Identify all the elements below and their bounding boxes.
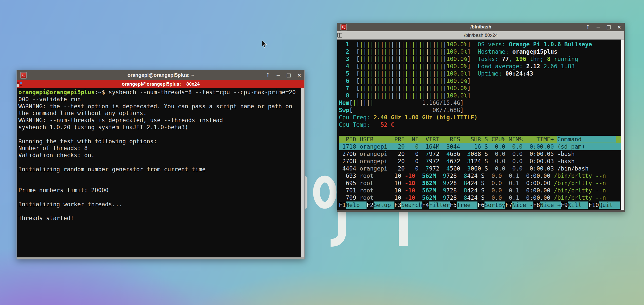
terminal-line <box>339 128 624 136</box>
layout-icon <box>337 33 342 38</box>
window-title: orangepi@orangepi5plus: ~ <box>17 72 304 78</box>
terminal-line: Number of threads: 8 <box>18 145 304 152</box>
terminal-line: 4404 orangepi 20 0 7972 4560 3060 S 0.0 … <box>339 165 624 172</box>
scrollbar[interactable] <box>621 40 624 210</box>
shade-button[interactable]: ↑ <box>586 24 590 30</box>
window-controls: ↑−□× <box>586 24 621 30</box>
terminal-line: 8 [|||||||||||||||||||||||||100.0%] <box>339 92 624 99</box>
terminal-line: Running the test with following options: <box>18 138 304 145</box>
terminal-window-sysbench: >_ orangepi@orangepi5plus: ~ ↑−□× orange… <box>16 70 305 259</box>
size-banner-text: orangepi@orangepi5plus: ~ 80x24 <box>17 81 304 87</box>
titlebar[interactable]: >_ /bin/bash ↑−□× <box>337 23 624 31</box>
terminal-line: 695 root 10 -10 562M 9728 8424 S 0.0 0.1… <box>339 180 624 187</box>
terminal-line: 5 [|||||||||||||||||||||||||100.0%] Upti… <box>339 70 624 77</box>
shade-button[interactable]: ↑ <box>266 72 270 78</box>
terminal-line: 693 root 10 -10 562M 9728 8424 S 0.0 0.1… <box>339 172 624 180</box>
terminal-line: 1 [|||||||||||||||||||||||||100.0%] OS v… <box>339 41 624 48</box>
close-button[interactable]: × <box>297 72 301 78</box>
terminal-line: Validation checks: on. <box>18 152 304 159</box>
terminal-line: 2706 orangepi 20 0 7972 4636 3088 S 0.0 … <box>339 150 624 158</box>
terminal-line: Swp[ 0K/7.68G] <box>339 107 624 114</box>
terminal-line <box>18 173 304 180</box>
fkey-F2[interactable]: F2Setup <box>367 201 394 209</box>
terminal-window-htop: >_ /bin/bash ↑−□× /bin/bash 80x24 1 [|||… <box>337 23 625 212</box>
terminal-output-htop[interactable]: 1 [|||||||||||||||||||||||||100.0%] OS v… <box>337 40 624 210</box>
terminal-line: Mem[|||||| 1.16G/15.4G] <box>339 99 624 107</box>
window-resize-edge[interactable] <box>17 257 304 259</box>
fkey-F9[interactable]: F9Kill <box>561 201 588 209</box>
maximize-button[interactable]: □ <box>606 24 611 30</box>
close-button[interactable]: × <box>617 24 621 30</box>
terminal-line: 7 [|||||||||||||||||||||||||100.0%] <box>339 85 624 92</box>
fkey-F8[interactable]: F8Nice + <box>533 201 561 209</box>
terminal-line: 6 [|||||||||||||||||||||||||100.0%] <box>339 77 624 85</box>
terminal-line: Threads started! <box>18 215 304 222</box>
scrollbar[interactable] <box>301 88 304 257</box>
window-title: /bin/bash <box>337 24 624 30</box>
terminal-line <box>18 131 304 138</box>
terminal-app-icon[interactable]: >_ <box>340 24 347 30</box>
terminal-line: Prime numbers limit: 20000 <box>18 187 304 194</box>
terminal-line: Cpu Freq: 2.40 GHz 1.80 GHz (big.LITTLE) <box>339 114 624 121</box>
terminal-output-sysbench[interactable]: orangepi@orangepi5plus:~$ sysbench --num… <box>17 88 304 257</box>
terminal-line: Cpu Temp: 52 C <box>339 121 624 128</box>
terminal-line <box>18 208 304 215</box>
size-banner: orangepi@orangepi5plus: ~ 80x24 <box>17 80 304 88</box>
terminal-line: WARNING: --num-threads is deprecated, us… <box>18 117 304 124</box>
fkey-F1[interactable]: F1Help <box>339 201 367 209</box>
titlebar[interactable]: >_ orangepi@orangepi5plus: ~ ↑−□× <box>17 70 304 80</box>
terminal-line: 1718 orangepi 20 0 164M 3044 16 S 0.0 0.… <box>339 143 624 150</box>
terminal-line: orangepi@orangepi5plus:~$ sysbench --num… <box>18 89 304 96</box>
terminal-line <box>18 159 304 166</box>
size-banner-text: /bin/bash 80x24 <box>337 32 624 38</box>
terminal-line: PID USER PRI NI VIRT RES SHR S CPU% MEM%… <box>339 136 624 143</box>
terminal-line: Initializing worker threads... <box>18 201 304 208</box>
maximize-button[interactable]: □ <box>286 72 291 78</box>
terminal-line: 3 [|||||||||||||||||||||||||100.0%] Task… <box>339 55 624 63</box>
fkey-F3[interactable]: F3Search <box>394 201 422 209</box>
fkey-F7[interactable]: F7Nice - <box>505 201 533 209</box>
terminal-line <box>18 194 304 201</box>
minimize-button[interactable]: − <box>596 24 600 30</box>
window-resize-edge[interactable] <box>337 210 624 212</box>
window-controls: ↑−□× <box>266 72 301 78</box>
terminal-line: sysbench 1.0.20 (using system LuaJIT 2.1… <box>18 124 304 131</box>
minimize-button[interactable]: − <box>276 72 280 78</box>
terminal-line: 4 [|||||||||||||||||||||||||100.0%] Load… <box>339 63 624 70</box>
terminal-line: 000 --validate run <box>18 96 304 103</box>
desktop: { "background": { "top_left": "#7ea7dc",… <box>0 0 644 305</box>
terminal-line <box>18 180 304 187</box>
terminal-line: 2708 orangepi 20 0 7972 4672 3124 S 0.0 … <box>339 158 624 165</box>
terminal-line: WARNING: the --test option is deprecated… <box>18 103 304 110</box>
mouse-cursor <box>262 40 268 48</box>
terminal-line: 709 root 10 -10 562M 9728 8424 S 0.0 0.1… <box>339 194 624 201</box>
fkey-F5[interactable]: F5Tree <box>450 201 477 209</box>
terminal-line: the command line without any options. <box>18 110 304 117</box>
xterm-pixel-icon <box>17 81 23 87</box>
size-banner: /bin/bash 80x24 <box>337 31 624 40</box>
terminal-app-icon[interactable]: >_ <box>20 72 27 79</box>
terminal-line: 701 root 10 -10 562M 9728 8424 S 0.0 0.1… <box>339 187 624 194</box>
fkey-F10[interactable]: F10Quit <box>588 201 620 209</box>
terminal-line: Initializing random number generator fro… <box>18 166 304 173</box>
terminal-line: 2 [|||||||||||||||||||||||||100.0%] Host… <box>339 48 624 55</box>
fkey-F6[interactable]: F6SortBy <box>477 201 505 209</box>
fkey-bar: F1HelpF2SetupF3SearchF4FilterF5TreeF6Sor… <box>339 201 624 209</box>
fkey-F4[interactable]: F4Filter <box>422 201 450 209</box>
